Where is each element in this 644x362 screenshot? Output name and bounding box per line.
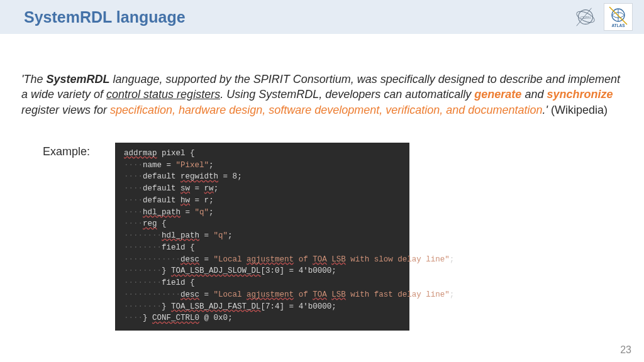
text-highlight: synchronize	[547, 88, 613, 101]
slide-body: 'The SystemRDL language, supported by th…	[0, 34, 644, 331]
citation: (Wikipedia)	[551, 104, 608, 116]
text: . Using SystemRDL, developers can automa…	[220, 88, 474, 101]
page-number: 23	[620, 344, 631, 356]
example-label: Example:	[43, 145, 90, 158]
svg-text:CERN: CERN	[580, 16, 591, 19]
text: 'The	[21, 73, 46, 85]
text-underline: control status registers	[106, 88, 220, 101]
example-row: Example: addrmap pixel { ····name = "Pix…	[43, 143, 623, 331]
slide-title: SystemRDL language	[24, 8, 186, 26]
slide-header: SystemRDL language CERN ATLAS	[0, 0, 644, 34]
text: and	[521, 88, 547, 101]
text: .'	[542, 104, 550, 116]
svg-text:ATLAS: ATLAS	[611, 23, 625, 28]
cern-logo-icon: CERN	[571, 3, 600, 31]
code-block: addrmap pixel { ····name = "Pixel"; ····…	[115, 143, 409, 331]
quote-paragraph: 'The SystemRDL language, supported by th…	[21, 72, 623, 118]
text-bold: SystemRDL	[46, 73, 109, 85]
text-highlight: generate	[474, 88, 521, 101]
logo-group: CERN ATLAS	[571, 3, 633, 31]
atlas-logo-icon: ATLAS	[604, 3, 633, 31]
text-highlight-italic: specification, hardware design, software…	[110, 104, 542, 116]
text: register views for	[21, 104, 110, 116]
